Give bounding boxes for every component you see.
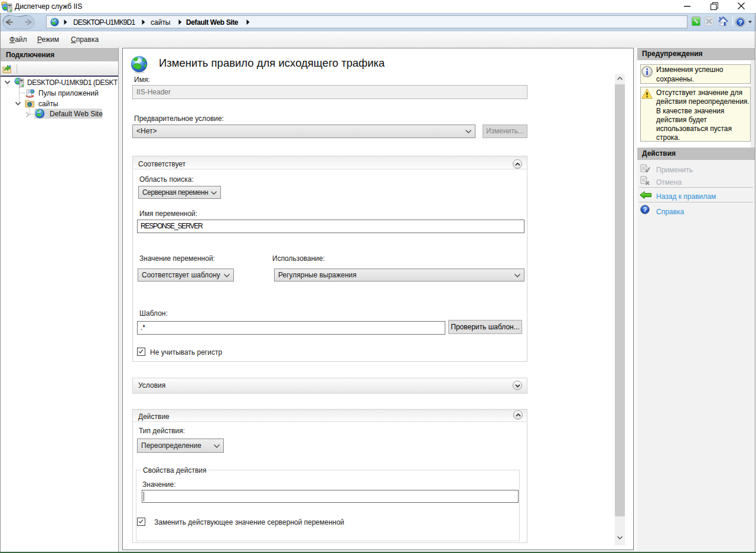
svg-text:?: ?	[643, 206, 647, 213]
svg-text:?: ?	[738, 19, 742, 26]
